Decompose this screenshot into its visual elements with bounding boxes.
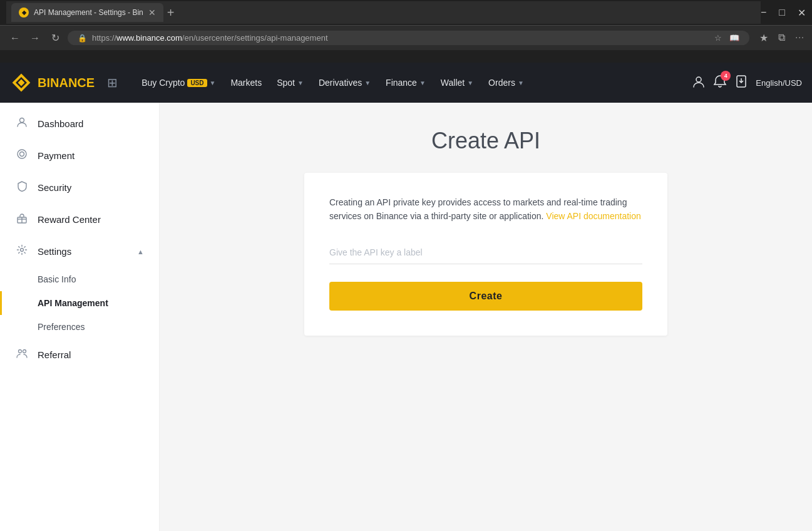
svg-point-14 <box>23 350 26 353</box>
new-tab-button[interactable]: + <box>167 6 175 20</box>
sidebar-label-settings: Settings <box>38 246 71 257</box>
sidebar-label-payment: Payment <box>38 150 75 161</box>
nav-arrow-orders: ▼ <box>518 80 524 86</box>
nav-buy-crypto[interactable]: Buy Crypto USD ▼ <box>135 75 222 90</box>
notification-count: 4 <box>721 71 731 81</box>
address-bar-row: ← → ↻ 🔒 https://www.binance.com/en/userc… <box>0 25 812 50</box>
sidebar-label-reward-center: Reward Center <box>38 214 101 225</box>
api-description: Creating an API private key provides acc… <box>329 195 642 224</box>
binance-header: BINANCE ⊞ Buy Crypto USD ▼ Markets Spot … <box>0 63 812 103</box>
tab-title: API Management - Settings - Bin <box>34 8 143 17</box>
sidebar-item-security[interactable]: Security <box>0 172 159 204</box>
create-api-button[interactable]: Create <box>329 282 642 311</box>
sidebar-label-dashboard: Dashboard <box>38 118 83 129</box>
nav-spot[interactable]: Spot ▼ <box>270 75 310 90</box>
main-nav: Buy Crypto USD ▼ Markets Spot ▼ Derivati… <box>135 75 530 90</box>
tab-close-button[interactable]: ✕ <box>148 8 156 18</box>
nav-markets[interactable]: Markets <box>224 75 268 90</box>
nav-arrow-spot: ▼ <box>297 80 304 86</box>
nav-arrow-buy-crypto: ▼ <box>210 80 216 86</box>
url-domain: www.binance.com <box>116 33 182 43</box>
header-actions: 4 English/USD <box>692 75 802 91</box>
star-icon[interactable]: ☆ <box>714 33 722 43</box>
dashboard-icon <box>15 116 29 131</box>
usd-badge: USD <box>187 79 207 87</box>
sidebar-item-dashboard[interactable]: Dashboard <box>0 108 159 140</box>
address-bar[interactable]: 🔒 https://www.binance.com/en/usercenter/… <box>68 31 749 45</box>
page-title: Create API <box>431 128 540 154</box>
active-tab[interactable]: ◆ API Management - Settings - Bin ✕ <box>11 3 163 22</box>
tab-favicon: ◆ <box>19 8 29 18</box>
svg-point-7 <box>18 150 26 158</box>
back-button[interactable]: ← <box>8 33 23 44</box>
nav-wallet[interactable]: Wallet ▼ <box>434 75 480 90</box>
binance-logo[interactable]: BINANCE <box>10 71 95 94</box>
nav-arrow-wallet: ▼ <box>467 80 473 86</box>
binance-logo-icon <box>10 71 33 94</box>
nav-arrow-derivatives: ▼ <box>364 80 371 86</box>
main-content: Create API Creating an API private key p… <box>160 103 812 531</box>
lock-icon: 🔒 <box>78 34 87 43</box>
sidebar: Dashboard Payment Security Reward Center <box>0 103 160 531</box>
tab-bar: ◆ API Management - Settings - Bin ✕ + <box>6 1 761 24</box>
svg-point-8 <box>20 152 24 157</box>
binance-text: BINANCE <box>38 76 95 90</box>
nav-orders[interactable]: Orders ▼ <box>482 75 530 90</box>
api-doc-link[interactable]: View API documentation <box>546 211 641 221</box>
user-profile-icon[interactable] <box>692 75 706 91</box>
sidebar-subitem-basic-info[interactable]: Basic Info <box>0 267 159 291</box>
reading-icon[interactable]: 📖 <box>729 33 739 43</box>
main-layout: Dashboard Payment Security Reward Center <box>0 103 812 531</box>
url-protocol: https:// <box>92 33 116 43</box>
restore-button[interactable]: □ <box>779 7 785 19</box>
language-currency-selector[interactable]: English/USD <box>756 78 802 88</box>
sidebar-subitem-api-management[interactable]: API Management <box>0 291 159 315</box>
nav-finance[interactable]: Finance ▼ <box>379 75 432 90</box>
nav-derivatives[interactable]: Derivatives ▼ <box>312 75 377 90</box>
referral-icon <box>15 348 29 362</box>
sidebar-label-security: Security <box>38 182 71 193</box>
browser-actions: ★ ⧉ ··· <box>759 32 804 44</box>
title-bar: ◆ API Management - Settings - Bin ✕ + − … <box>0 0 812 25</box>
svg-point-12 <box>21 249 24 252</box>
api-card: Creating an API private key provides acc… <box>304 173 667 336</box>
favorites-icon[interactable]: ★ <box>759 32 768 44</box>
more-options-button[interactable]: ··· <box>795 32 804 44</box>
settings-subitems: Basic Info API Management Preferences <box>0 267 159 339</box>
payment-icon <box>15 148 29 163</box>
grid-icon[interactable]: ⊞ <box>107 75 118 90</box>
sidebar-label-referral: Referral <box>38 349 71 360</box>
svg-point-13 <box>19 350 22 353</box>
sidebar-item-reward-center[interactable]: Reward Center <box>0 204 159 235</box>
settings-icon <box>15 244 29 259</box>
close-button[interactable]: ✕ <box>798 7 806 19</box>
minimize-button[interactable]: − <box>761 7 766 19</box>
forward-button[interactable]: → <box>28 33 43 44</box>
sidebar-subitem-preferences[interactable]: Preferences <box>0 315 159 339</box>
window-controls: − □ ✕ <box>761 7 806 19</box>
sidebar-item-referral[interactable]: Referral <box>0 339 159 371</box>
download-app-icon[interactable] <box>734 75 748 91</box>
nav-arrow-finance: ▼ <box>419 80 426 86</box>
url-path: /en/usercenter/settings/api-management <box>182 33 328 43</box>
svg-point-6 <box>20 118 24 123</box>
address-actions: ☆ 📖 <box>714 33 739 43</box>
refresh-button[interactable]: ↻ <box>48 32 63 44</box>
svg-point-3 <box>696 77 701 82</box>
sidebar-item-payment[interactable]: Payment <box>0 140 159 172</box>
security-icon <box>15 180 29 195</box>
api-label-input[interactable] <box>329 241 642 264</box>
settings-arrow-up: ▲ <box>137 248 144 255</box>
reward-icon <box>15 212 29 227</box>
browser-chrome: ◆ API Management - Settings - Bin ✕ + − … <box>0 0 812 63</box>
sidebar-item-settings[interactable]: Settings ▲ <box>0 235 159 267</box>
notifications-icon[interactable]: 4 <box>713 75 727 91</box>
collections-icon[interactable]: ⧉ <box>778 32 785 44</box>
url-text: https://www.binance.com/en/usercenter/se… <box>92 33 328 43</box>
